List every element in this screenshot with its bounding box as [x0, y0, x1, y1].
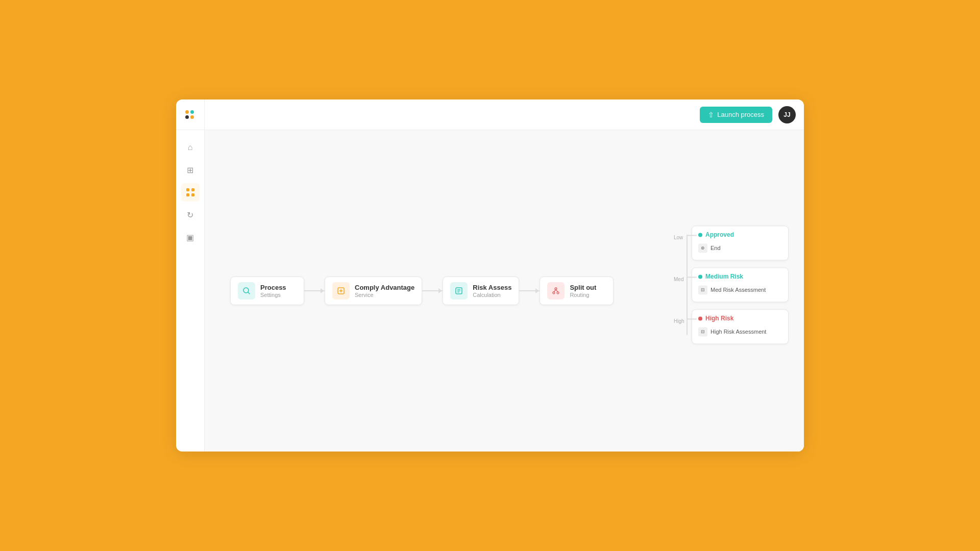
medium-risk-title: Medium Risk [705, 273, 743, 280]
med-assessment-text: Med Risk Assessment [710, 287, 766, 293]
routing-high-section: High High Risk ⊟ High Risk Assessment [692, 309, 794, 344]
risk-node-icon [450, 282, 468, 299]
routing-card-approved[interactable]: Approved ⊗ End [692, 226, 789, 260]
logo [185, 110, 195, 119]
logo-dot [185, 115, 189, 119]
sidebar: ⌂ ⊞ ↻ ▣ [176, 130, 205, 452]
risk-node-title: Risk Assess [473, 284, 511, 292]
end-icon: ⊗ [698, 243, 707, 253]
top-bar: ⇧ Launch process JJ [176, 99, 804, 130]
logo-area [176, 99, 205, 130]
approved-title: Approved [705, 231, 734, 238]
comply-node-title: Comply Advantage [355, 284, 414, 292]
process-node-title: Process [260, 284, 286, 292]
launch-button-label: Launch process [717, 111, 764, 118]
split-node-icon [547, 282, 565, 299]
connector-1 [304, 290, 325, 291]
flow-diagram: Process Settings Comply [230, 277, 614, 305]
approved-dot [698, 233, 702, 237]
med-label: Med [674, 277, 683, 282]
svg-line-17 [556, 290, 558, 292]
high-assessment-item: ⊟ High Risk Assessment [698, 325, 782, 338]
sidebar-item-home[interactable]: ⌂ [181, 138, 200, 157]
medium-risk-dot [698, 274, 702, 279]
process-node-icon [238, 282, 255, 299]
risk-assess-node[interactable]: Risk Assess Calculation [443, 277, 519, 305]
svg-point-14 [553, 292, 555, 294]
process-node[interactable]: Process Settings [230, 277, 304, 305]
logo-dot [190, 110, 194, 114]
svg-rect-1 [191, 188, 194, 191]
sidebar-item-terminal[interactable]: ▣ [181, 228, 200, 246]
split-node-subtitle: Routing [570, 292, 596, 298]
svg-line-16 [554, 290, 556, 292]
split-out-node[interactable]: Split out Routing [540, 277, 614, 305]
svg-point-15 [557, 292, 559, 294]
low-h-line [687, 235, 697, 236]
routing-vertical-line [687, 235, 688, 335]
risk-node-subtitle: Calculation [473, 292, 511, 298]
sidebar-item-grid[interactable]: ⊞ [181, 161, 200, 179]
sidebar-item-refresh[interactable]: ↻ [181, 206, 200, 224]
medium-risk-header: Medium Risk [698, 273, 782, 280]
comply-node-text: Comply Advantage Service [355, 284, 414, 298]
low-label: Low [674, 235, 683, 240]
high-risk-dot [698, 316, 702, 320]
approved-header: Approved [698, 231, 782, 238]
connector-2 [422, 290, 443, 291]
svg-rect-3 [191, 193, 194, 196]
top-bar-right: ⇧ Launch process JJ [700, 106, 796, 123]
med-h-line [687, 277, 697, 278]
routing-panel: Low Approved ⊗ End M [692, 226, 794, 344]
high-risk-header: High Risk [698, 315, 782, 322]
svg-rect-0 [186, 188, 189, 191]
end-item: ⊗ End [698, 241, 782, 255]
connector-3 [519, 290, 540, 291]
high-assessment-text: High Risk Assessment [710, 329, 766, 335]
logo-dot [185, 110, 189, 114]
logo-dot [190, 115, 194, 119]
avatar[interactable]: JJ [778, 106, 796, 123]
high-h-line [687, 318, 697, 319]
med-assessment-item: ⊟ Med Risk Assessment [698, 283, 782, 296]
high-label: High [674, 318, 684, 324]
svg-line-5 [248, 292, 250, 294]
process-node-subtitle: Settings [260, 292, 286, 298]
high-assessment-icon: ⊟ [698, 327, 707, 336]
risk-node-text: Risk Assess Calculation [473, 284, 511, 298]
sidebar-item-dashboard[interactable] [181, 183, 200, 202]
comply-advantage-node[interactable]: Comply Advantage Service [325, 277, 422, 305]
split-node-text: Split out Routing [570, 284, 596, 298]
med-assessment-icon: ⊟ [698, 285, 707, 294]
main-layout: ⌂ ⊞ ↻ ▣ [176, 130, 804, 452]
routing-card-high-risk[interactable]: High Risk ⊟ High Risk Assessment [692, 309, 789, 344]
end-text: End [710, 245, 721, 251]
svg-point-13 [555, 288, 557, 290]
comply-node-icon [332, 282, 350, 299]
process-node-text: Process Settings [260, 284, 286, 298]
launch-process-button[interactable]: ⇧ Launch process [700, 107, 772, 123]
app-window: ⇧ Launch process JJ ⌂ ⊞ ↻ ▣ [176, 99, 804, 452]
split-node-title: Split out [570, 284, 596, 292]
routing-card-medium-risk[interactable]: Medium Risk ⊟ Med Risk Assessment [692, 267, 789, 302]
comply-node-subtitle: Service [355, 292, 414, 298]
routing-med-section: Med Medium Risk ⊟ Med Risk Assessment [692, 267, 794, 302]
svg-rect-2 [186, 193, 189, 196]
canvas-area: Process Settings Comply [205, 130, 804, 452]
high-risk-title: High Risk [705, 315, 733, 322]
launch-icon: ⇧ [708, 111, 714, 119]
routing-low-section: Low Approved ⊗ End [692, 226, 794, 260]
